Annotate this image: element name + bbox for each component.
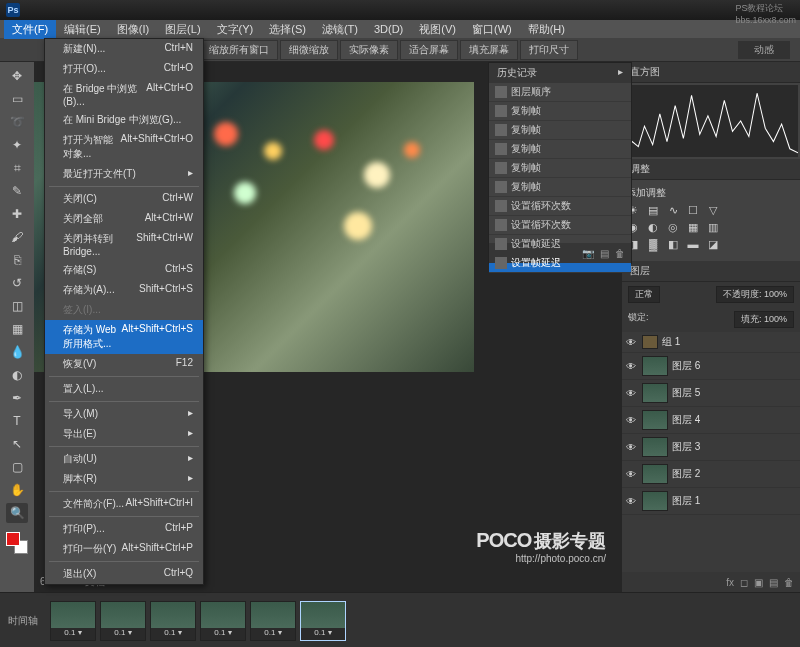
layer-thumb[interactable] [642,383,668,403]
menu-item[interactable]: 存储为 Web 所用格式...Alt+Shift+Ctrl+S [45,320,203,354]
layer-row[interactable]: 👁图层 6 [622,353,800,380]
visibility-icon[interactable]: 👁 [626,388,638,399]
menu-9[interactable]: 窗口(W) [464,20,520,39]
fx-icon[interactable]: fx [726,577,734,588]
new-layer-icon[interactable]: ▤ [769,577,778,588]
history-item[interactable]: 复制帧 [489,121,631,140]
menu-item[interactable]: 置入(L)... [45,379,203,399]
menu-10[interactable]: 帮助(H) [520,20,573,39]
layer-row[interactable]: 👁图层 3 [622,434,800,461]
timeline-frame[interactable]: 0.1 ▾ [150,601,196,641]
opt-button[interactable]: 打印尺寸 [520,40,578,60]
mixer-icon[interactable]: ▦ [686,221,700,235]
hand-tool[interactable]: ✋ [6,480,28,500]
layer-thumb[interactable] [642,335,658,349]
layer-row[interactable]: 👁组 1 [622,332,800,353]
menu-item[interactable]: 存储(S)Ctrl+S [45,260,203,280]
snapshot-icon[interactable]: 📷 [582,248,594,259]
opt-button[interactable]: 适合屏幕 [400,40,458,60]
layer-thumb[interactable] [642,410,668,430]
visibility-icon[interactable]: 👁 [626,337,638,348]
menu-item[interactable]: 在 Bridge 中浏览(B)...Alt+Ctrl+O [45,79,203,110]
visibility-icon[interactable]: 👁 [626,361,638,372]
history-item[interactable]: 复制帧 [489,140,631,159]
menu-item[interactable]: 脚本(R)▸ [45,469,203,489]
timeline-frame[interactable]: 0.1 ▾ [50,601,96,641]
menu-item[interactable]: 打开为智能对象...Alt+Shift+Ctrl+O [45,130,203,164]
dodge-tool[interactable]: ◐ [6,365,28,385]
layers-tab[interactable]: 图层 [622,261,800,282]
layer-thumb[interactable] [642,464,668,484]
timeline-frame[interactable]: 0.1 ▾ [200,601,246,641]
visibility-icon[interactable]: 👁 [626,442,638,453]
type-tool[interactable]: T [6,411,28,431]
blend-mode-select[interactable]: 正常 [628,286,660,303]
menu-6[interactable]: 滤镜(T) [314,20,366,39]
menu-bar[interactable]: 文件(F)编辑(E)图像(I)图层(L)文字(Y)选择(S)滤镜(T)3D(D)… [0,20,800,38]
new-group-icon[interactable]: ▣ [754,577,763,588]
panel-menu-icon[interactable]: ▸ [618,66,623,80]
opt-button[interactable]: 实际像素 [340,40,398,60]
menu-item[interactable]: 导入(M)▸ [45,404,203,424]
visibility-icon[interactable]: 👁 [626,415,638,426]
brush-tool[interactable]: 🖌 [6,227,28,247]
visibility-icon[interactable]: 👁 [626,469,638,480]
gradient-tool[interactable]: ▦ [6,319,28,339]
poster-icon[interactable]: ▓ [646,238,660,252]
history-item[interactable]: 复制帧 [489,178,631,197]
history-item[interactable]: 设置循环次数 [489,216,631,235]
history-list[interactable]: 图层顺序复制帧复制帧复制帧复制帧复制帧设置循环次数设置循环次数设置帧延迟设置帧延… [489,83,631,243]
menu-7[interactable]: 3D(D) [366,21,411,37]
heal-tool[interactable]: ✚ [6,204,28,224]
history-panel[interactable]: 历史记录▸ 图层顺序复制帧复制帧复制帧复制帧复制帧设置循环次数设置循环次数设置帧… [488,62,632,264]
menu-item[interactable]: 存储为(A)...Shift+Ctrl+S [45,280,203,300]
vibrance-icon[interactable]: ▽ [706,204,720,218]
lookup-icon[interactable]: ▥ [706,221,720,235]
bw-icon[interactable]: ◐ [646,221,660,235]
photo-filter-icon[interactable]: ◎ [666,221,680,235]
menu-5[interactable]: 选择(S) [261,20,314,39]
wand-tool[interactable]: ✦ [6,135,28,155]
menu-1[interactable]: 编辑(E) [56,20,109,39]
crop-tool[interactable]: ⌗ [6,158,28,178]
workspace-select[interactable]: 动感 [738,41,790,59]
opt-button[interactable]: 细微缩放 [280,40,338,60]
menu-item[interactable]: 退出(X)Ctrl+Q [45,564,203,584]
layer-thumb[interactable] [642,437,668,457]
opt-button[interactable]: 填充屏幕 [460,40,518,60]
eraser-tool[interactable]: ◫ [6,296,28,316]
menu-item[interactable]: 自动(U)▸ [45,449,203,469]
history-item[interactable]: 设置循环次数 [489,197,631,216]
menu-item[interactable]: 恢复(V)F12 [45,354,203,374]
menu-0[interactable]: 文件(F) [4,20,56,39]
visibility-icon[interactable]: 👁 [626,496,638,507]
gradmap-icon[interactable]: ▬ [686,238,700,252]
histogram-tab[interactable]: 直方图 [622,62,800,83]
opacity-field[interactable]: 不透明度: 100% [716,286,794,303]
menu-item[interactable]: 关闭并转到 Bridge...Shift+Ctrl+W [45,229,203,260]
fill-field[interactable]: 填充: 100% [734,311,794,328]
adjustments-tab[interactable]: 调整 [622,159,800,180]
history-item[interactable]: 复制帧 [489,102,631,121]
timeline-frame[interactable]: 0.1 ▾ [300,601,346,641]
menu-item[interactable]: 在 Mini Bridge 中浏览(G)... [45,110,203,130]
move-tool[interactable]: ✥ [6,66,28,86]
path-tool[interactable]: ↖ [6,434,28,454]
menu-item[interactable]: 打印(P)...Ctrl+P [45,519,203,539]
color-swatch[interactable] [6,532,28,554]
menu-item[interactable]: 新建(N)...Ctrl+N [45,39,203,59]
menu-8[interactable]: 视图(V) [411,20,464,39]
mask-icon[interactable]: ◻ [740,577,748,588]
timeline-frame[interactable]: 0.1 ▾ [250,601,296,641]
pen-tool[interactable]: ✒ [6,388,28,408]
menu-2[interactable]: 图像(I) [109,20,157,39]
marquee-tool[interactable]: ▭ [6,89,28,109]
history-brush-tool[interactable]: ↺ [6,273,28,293]
history-item[interactable]: 图层顺序 [489,83,631,102]
opt-button[interactable]: 缩放所有窗口 [200,40,278,60]
blur-tool[interactable]: 💧 [6,342,28,362]
threshold-icon[interactable]: ◧ [666,238,680,252]
layers-list[interactable]: 👁组 1👁图层 6👁图层 5👁图层 4👁图层 3👁图层 2👁图层 1 [622,332,800,572]
menu-3[interactable]: 图层(L) [157,20,208,39]
trash-icon[interactable]: 🗑 [784,577,794,588]
